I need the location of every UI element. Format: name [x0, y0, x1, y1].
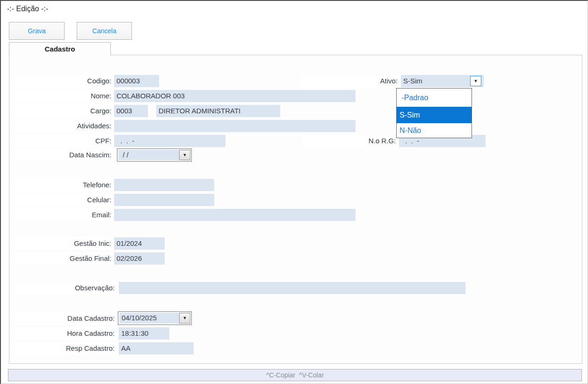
rg-label: N.o R.G:	[303, 135, 398, 147]
chevron-down-icon: ▼	[180, 150, 190, 160]
ativo-dropdown-list: -Padrao S-Sim N-Não	[396, 88, 472, 138]
resp-cadastro-field[interactable]: AA	[119, 342, 194, 354]
chevron-down-icon: ▼	[471, 76, 481, 86]
ativo-dropdown-button[interactable]: ▼	[470, 76, 481, 86]
data-nascim-combobox[interactable]: / / ▼	[117, 148, 192, 162]
status-bar: ^C-Copiar ^V-Colar	[8, 369, 582, 381]
data-cadastro-label: Data Cadastro:	[15, 312, 116, 325]
ativo-label: Ativo:	[300, 75, 399, 87]
tab-cadastro[interactable]: Cadastro	[9, 42, 111, 55]
ativo-option-nao[interactable]: N-Não	[397, 123, 472, 138]
grava-button[interactable]: Grava	[9, 22, 65, 40]
telefone-field[interactable]	[114, 179, 214, 191]
gestao-final-field[interactable]: 02/2026	[114, 252, 165, 265]
atividades-label: Atividades:	[15, 120, 113, 132]
hora-cadastro-field[interactable]: 18:31:30	[119, 327, 169, 340]
celular-label: Celular:	[15, 194, 113, 206]
ativo-option-padrao[interactable]: -Padrao	[397, 89, 472, 107]
data-cadastro-combobox[interactable]: 04/10/2025 ▼	[118, 311, 192, 325]
celular-field[interactable]	[114, 194, 214, 206]
edit-window: { "window": { "title": "-:- Edição -:-" …	[0, 0, 588, 384]
data-nascim-label: Data Nascim:	[15, 149, 113, 161]
nome-field[interactable]: COLABORADOR 003	[114, 90, 356, 102]
telefone-label: Telefone:	[15, 179, 113, 191]
window-title: -:- Edição -:-	[7, 5, 48, 13]
data-cadastro-dropdown-button[interactable]: ▼	[179, 313, 190, 324]
observacao-field[interactable]	[119, 282, 465, 294]
codigo-label: Codigo:	[15, 75, 113, 87]
resp-cadastro-label: Resp Cadastro:	[15, 342, 116, 354]
email-label: Email:	[15, 209, 113, 221]
gestao-inic-field[interactable]: 01/2024	[114, 237, 165, 250]
cargo-label: Cargo:	[15, 105, 113, 117]
nome-label: Nome:	[15, 90, 113, 102]
gestao-final-label: Gestão Final:	[15, 252, 113, 265]
observacao-label: Observação:	[15, 282, 116, 294]
atividades-field[interactable]	[114, 120, 356, 132]
cargo-code-field[interactable]: 0003	[114, 105, 148, 117]
ativo-option-sim-selected[interactable]: S-Sim	[397, 107, 472, 123]
cpf-label: CPF:	[15, 135, 113, 147]
email-field[interactable]	[114, 209, 356, 221]
cargo-descricao-field[interactable]: DIRETOR ADMINISTRATI	[156, 105, 280, 117]
codigo-field[interactable]: 000003	[114, 75, 159, 87]
gestao-inic-label: Gestão Inic:	[15, 237, 113, 250]
cancela-button[interactable]: Cancela	[77, 22, 132, 40]
cpf-field[interactable]: . . -	[114, 135, 225, 147]
chevron-down-icon: ▼	[180, 313, 190, 323]
data-nascim-dropdown-button[interactable]: ▼	[179, 150, 190, 160]
hora-cadastro-label: Hora Cadastro:	[15, 327, 116, 340]
